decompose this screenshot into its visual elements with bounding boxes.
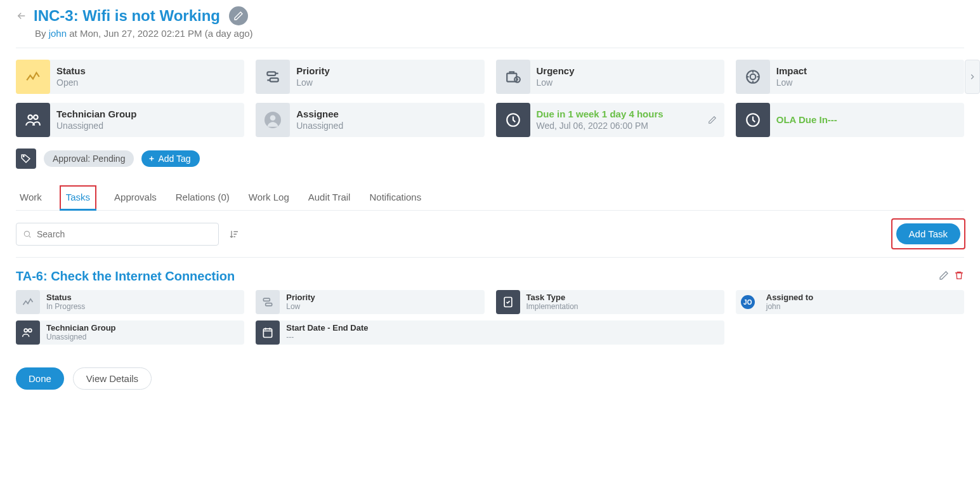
tab-notifications[interactable]: Notifications xyxy=(368,185,422,210)
svg-rect-19 xyxy=(264,329,272,337)
tab-relations-[interactable]: Relations (0) xyxy=(174,185,231,210)
created-by-line: By john at Mon, Jun 27, 2022 02:21 PM (a… xyxy=(35,28,964,39)
view-details-button[interactable]: View Details xyxy=(73,367,152,390)
svg-point-13 xyxy=(24,231,29,236)
ttype-icon xyxy=(496,290,520,314)
tab-tasks[interactable]: Tasks xyxy=(60,185,96,210)
info-card-priority[interactable]: PriorityLow xyxy=(256,60,484,94)
search-input[interactable] xyxy=(36,228,212,240)
priority-label: Priority xyxy=(296,65,330,77)
edit-task-icon[interactable] xyxy=(939,270,949,280)
author-link[interactable]: john xyxy=(49,28,67,39)
add-tag-button[interactable]: Add Tag xyxy=(141,150,199,167)
tstatus-icon xyxy=(16,290,40,314)
tab-audit-trail[interactable]: Audit Trail xyxy=(307,185,352,210)
svg-rect-0 xyxy=(268,72,276,75)
task-card-tdate[interactable]: Start Date - End Date--- xyxy=(256,320,724,345)
done-button[interactable]: Done xyxy=(16,367,64,390)
status-value: Open xyxy=(56,77,86,89)
tab-work[interactable]: Work xyxy=(18,185,43,210)
task-title-link[interactable]: TA-6: Check the Internet Connection xyxy=(16,269,235,284)
info-card-assignee[interactable]: AssigneeUnassigned xyxy=(256,103,484,137)
tgroup-icon xyxy=(16,320,40,345)
tab-approvals[interactable]: Approvals xyxy=(113,185,158,210)
svg-point-18 xyxy=(29,329,32,332)
info-card-status[interactable]: StatusOpen xyxy=(16,60,244,94)
add-task-highlight: Add Task xyxy=(892,220,964,248)
scroll-right-button[interactable] xyxy=(965,60,980,94)
sort-button[interactable] xyxy=(229,229,239,239)
info-card-urgency[interactable]: UrgencyLow xyxy=(496,60,724,94)
impact-icon xyxy=(736,60,770,94)
task-card-tassign[interactable]: JOAssigned tojohn xyxy=(736,290,964,314)
task-card-tstatus[interactable]: StatusIn Progress xyxy=(16,290,244,314)
delete-task-icon[interactable] xyxy=(954,270,964,280)
task-card-tgroup[interactable]: Technician GroupUnassigned xyxy=(16,320,244,345)
priority-value: Low xyxy=(296,77,330,89)
back-arrow-icon[interactable] xyxy=(16,10,27,22)
priority-icon xyxy=(256,60,290,94)
impact-label: Impact xyxy=(776,65,807,77)
info-card-due[interactable]: Due in 1 week 1 day 4 hoursWed, Jul 06, … xyxy=(496,103,724,137)
due-value: Wed, Jul 06, 2022 06:00 PM xyxy=(537,121,663,132)
assignee-value: Unassigned xyxy=(296,121,343,132)
group-label: Technician Group xyxy=(56,109,136,121)
edit-title-button[interactable] xyxy=(229,6,248,25)
add-task-button[interactable]: Add Task xyxy=(896,223,960,244)
urgency-label: Urgency xyxy=(537,65,575,77)
svg-rect-15 xyxy=(266,303,272,306)
incident-title: INC-3: Wifi is not Working xyxy=(34,7,220,25)
svg-point-5 xyxy=(750,74,755,80)
svg-rect-1 xyxy=(270,78,278,81)
due-icon xyxy=(496,103,530,137)
search-icon xyxy=(23,230,32,239)
status-label: Status xyxy=(56,65,86,77)
status-icon xyxy=(16,60,50,94)
edit-due-icon[interactable] xyxy=(708,116,717,124)
due-label: Due in 1 week 1 day 4 hours xyxy=(537,109,663,121)
tpriority-icon xyxy=(256,290,280,314)
tag-icon xyxy=(16,148,36,169)
ola-icon xyxy=(736,103,770,137)
group-value: Unassigned xyxy=(56,121,136,132)
group-icon xyxy=(16,103,50,137)
assignee-icon xyxy=(256,103,290,137)
assignee-avatar: JO xyxy=(741,295,755,309)
info-card-ola[interactable]: OLA Due In--- xyxy=(736,103,964,137)
search-input-wrap[interactable] xyxy=(16,223,219,246)
svg-point-6 xyxy=(28,115,32,119)
svg-rect-14 xyxy=(264,298,270,301)
ola-label: OLA Due In--- xyxy=(776,114,837,126)
tab-work-log[interactable]: Work Log xyxy=(247,185,291,210)
svg-point-17 xyxy=(24,329,27,332)
svg-point-12 xyxy=(23,156,25,157)
assignee-label: Assignee xyxy=(296,109,343,121)
info-card-impact[interactable]: ImpactLow xyxy=(736,60,964,94)
impact-value: Low xyxy=(776,77,807,89)
svg-point-7 xyxy=(34,115,38,119)
divider xyxy=(16,48,964,48)
tdate-icon xyxy=(256,320,280,345)
task-card-tpriority[interactable]: PriorityLow xyxy=(256,290,484,314)
svg-point-9 xyxy=(270,115,276,121)
tassign-icon: JO xyxy=(736,290,760,314)
approval-pill[interactable]: Approval: Pending xyxy=(44,150,134,167)
urgency-value: Low xyxy=(537,77,575,89)
urgency-icon xyxy=(496,60,530,94)
task-card-ttype[interactable]: Task TypeImplementation xyxy=(496,290,724,314)
info-card-group[interactable]: Technician GroupUnassigned xyxy=(16,103,244,137)
